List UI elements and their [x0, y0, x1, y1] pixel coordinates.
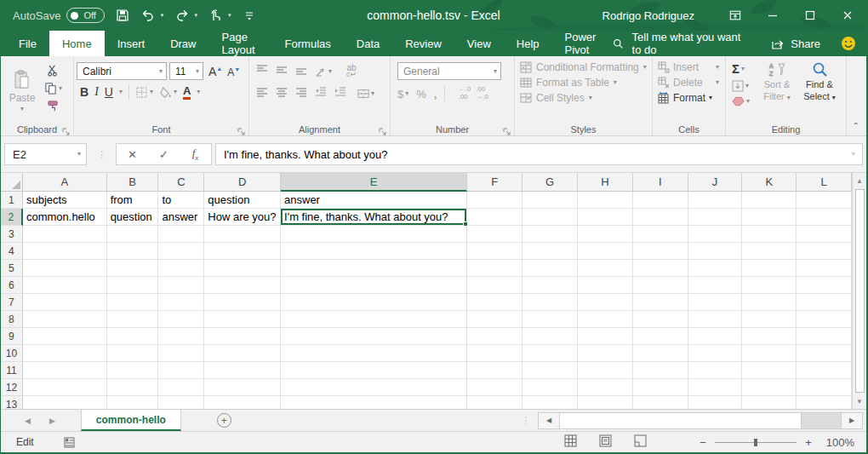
cell-L13[interactable] [797, 396, 852, 409]
cell-I8[interactable] [633, 311, 688, 328]
cell-C10[interactable] [158, 345, 204, 362]
decrease-indent-icon[interactable] [315, 86, 327, 101]
cell-B4[interactable] [107, 243, 159, 260]
cell-C6[interactable] [158, 277, 204, 294]
font-size-select[interactable]: 11▾ [169, 62, 203, 80]
cell-E8[interactable] [281, 311, 467, 328]
cell-J7[interactable] [688, 294, 743, 311]
font-color-dropdown-icon[interactable]: ▾ [197, 89, 200, 95]
cell-L4[interactable] [797, 243, 852, 260]
cell-K8[interactable] [742, 311, 797, 328]
insert-function-icon[interactable]: fx [180, 147, 211, 162]
col-header-D[interactable]: D [204, 173, 281, 192]
merge-center-dropdown-icon[interactable]: ▾ [371, 90, 374, 97]
cell-J9[interactable] [688, 328, 743, 345]
cell-I10[interactable] [633, 345, 688, 362]
cell-C9[interactable] [158, 328, 204, 345]
cell-B9[interactable] [107, 328, 159, 345]
cell-D2[interactable]: How are you? [204, 209, 281, 226]
cell-G7[interactable] [523, 294, 578, 311]
cut-icon[interactable] [44, 64, 62, 77]
cell-A11[interactable] [23, 362, 107, 379]
cell-J10[interactable] [688, 345, 743, 362]
delete-cells-button[interactable]: Delete ▾ [658, 77, 722, 89]
increase-decimal-icon[interactable]: ←.0.00 [458, 86, 471, 101]
cell-H9[interactable] [578, 328, 633, 345]
touch-mode-dropdown-icon[interactable]: ▾ [228, 12, 231, 19]
underline-dropdown-icon[interactable]: ▾ [119, 89, 123, 95]
row-header-8[interactable]: 8 [1, 311, 23, 328]
align-center-icon[interactable] [276, 86, 288, 101]
cell-D9[interactable] [204, 328, 281, 345]
col-header-E[interactable]: E [281, 173, 467, 192]
cell-G11[interactable] [523, 362, 578, 379]
horizontal-scrollbar[interactable]: ◀ ▶ [538, 412, 863, 429]
sort-filter-button[interactable]: AZ Sort & Filter ▾ [756, 61, 798, 122]
cell-L2[interactable] [797, 209, 852, 226]
cell-B7[interactable] [107, 294, 159, 311]
font-family-select[interactable]: Calibri▾ [77, 62, 167, 80]
scroll-right-icon[interactable]: ▶ [841, 412, 863, 429]
col-header-L[interactable]: L [797, 173, 852, 192]
zoom-in-icon[interactable]: + [800, 436, 817, 449]
decrease-decimal-icon[interactable]: .00→.0 [476, 86, 488, 101]
cell-G4[interactable] [523, 243, 578, 260]
cell-E2[interactable]: I'm fine, thanks. What about you? [281, 209, 467, 226]
cell-E12[interactable] [281, 379, 467, 396]
cell-F3[interactable] [467, 226, 523, 243]
cell-A4[interactable] [23, 243, 107, 260]
row-header-4[interactable]: 4 [1, 243, 23, 260]
format-painter-icon[interactable] [44, 100, 62, 112]
row-header-12[interactable]: 12 [1, 379, 23, 396]
wrap-text-icon[interactable]: abc↵ [346, 65, 357, 78]
cell-C13[interactable] [158, 396, 204, 409]
underline-button[interactable]: U [105, 85, 113, 99]
cancel-entry-icon[interactable]: ✕ [117, 148, 148, 161]
cell-K12[interactable] [742, 379, 797, 396]
cell-L6[interactable] [797, 277, 852, 294]
cell-B10[interactable] [107, 345, 159, 362]
share-button[interactable]: Share [771, 37, 820, 50]
autosum-dropdown-icon[interactable]: ▾ [741, 66, 745, 72]
horizontal-scroll-track[interactable] [560, 412, 841, 429]
cell-J3[interactable] [688, 226, 743, 243]
cell-E4[interactable] [281, 243, 467, 260]
cell-F10[interactable] [467, 345, 523, 362]
paste-button[interactable]: Paste ▾ [5, 60, 39, 122]
col-header-K[interactable]: K [742, 173, 797, 192]
cell-F12[interactable] [467, 379, 523, 396]
cell-D13[interactable] [204, 396, 281, 409]
col-header-G[interactable]: G [523, 173, 578, 192]
cell-I6[interactable] [633, 277, 688, 294]
cell-C11[interactable] [158, 362, 204, 379]
cell-B13[interactable] [107, 396, 159, 409]
sheet-tab-common-hello[interactable]: common-hello [81, 410, 181, 431]
number-format-select[interactable]: General▾ [397, 62, 501, 80]
fill-dropdown-icon[interactable]: ▾ [745, 83, 749, 89]
fill-handle[interactable] [463, 221, 468, 227]
merge-center-icon[interactable]: ▾ [357, 88, 374, 100]
cell-F8[interactable] [467, 311, 523, 328]
zoom-slider-thumb[interactable] [754, 439, 757, 446]
maximize-icon[interactable] [791, 0, 829, 31]
cell-K7[interactable] [742, 294, 797, 311]
increase-indent-icon[interactable] [334, 86, 346, 101]
autosum-button[interactable]: Σ ▾ [732, 61, 745, 76]
col-header-J[interactable]: J [688, 173, 743, 192]
font-color-button[interactable]: A [183, 85, 191, 100]
cell-K6[interactable] [742, 277, 797, 294]
accounting-format-icon[interactable]: $▾ [397, 88, 408, 101]
new-sheet-icon[interactable]: + [217, 413, 231, 428]
cell-E6[interactable] [281, 277, 467, 294]
cell-H13[interactable] [578, 396, 633, 409]
cell-J4[interactable] [688, 243, 743, 260]
cell-I1[interactable] [633, 192, 688, 209]
italic-button[interactable]: I [94, 85, 99, 99]
tab-data[interactable]: Data [344, 31, 392, 56]
cell-D10[interactable] [204, 345, 281, 362]
cell-L10[interactable] [797, 345, 852, 362]
macro-record-icon[interactable] [63, 436, 76, 449]
cell-H6[interactable] [578, 277, 633, 294]
cell-B12[interactable] [107, 379, 159, 396]
autosave-pill[interactable]: Off [66, 8, 104, 23]
